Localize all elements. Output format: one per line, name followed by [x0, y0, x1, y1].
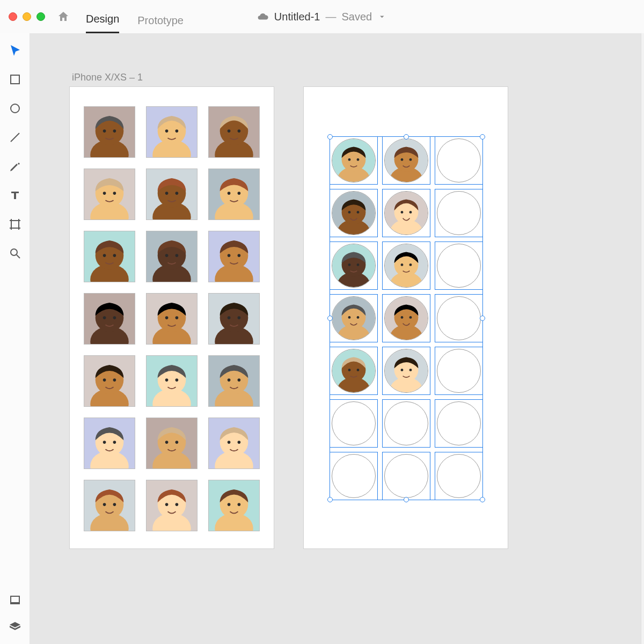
- svg-rect-3: [11, 221, 19, 228]
- image-cell[interactable]: [382, 136, 430, 185]
- main-area: iPhone X/XS – 1: [0, 33, 644, 644]
- image-cell[interactable]: [382, 189, 430, 237]
- image-cell[interactable]: [435, 452, 483, 500]
- window-controls: [9, 12, 45, 21]
- image-cell[interactable]: [330, 399, 378, 448]
- image-cell[interactable]: [84, 418, 135, 469]
- image-cell[interactable]: [208, 106, 260, 158]
- image-cell[interactable]: [146, 480, 197, 531]
- text-tool[interactable]: [8, 188, 23, 203]
- image-cell[interactable]: [84, 480, 135, 531]
- svg-point-44: [228, 192, 231, 195]
- svg-point-12: [11, 249, 17, 255]
- svg-point-115: [175, 503, 179, 506]
- svg-point-20: [113, 129, 116, 133]
- image-cell[interactable]: [208, 231, 260, 282]
- image-cell[interactable]: [84, 355, 135, 407]
- image-cell[interactable]: [382, 347, 430, 395]
- image-cell[interactable]: [435, 189, 483, 237]
- image-cell[interactable]: [435, 241, 483, 290]
- image-cell[interactable]: [208, 169, 260, 220]
- svg-point-155: [357, 316, 360, 319]
- close-window-button[interactable]: [9, 12, 17, 21]
- svg-point-59: [228, 254, 231, 257]
- assets-panel-button[interactable]: [8, 592, 23, 608]
- pen-tool[interactable]: [8, 159, 23, 174]
- svg-point-145: [357, 264, 360, 266]
- svg-point-19: [103, 129, 106, 133]
- image-cell[interactable]: [382, 399, 430, 448]
- line-tool[interactable]: [8, 130, 23, 145]
- document-name: Untitled-1: [274, 11, 320, 23]
- layers-panel-button[interactable]: [8, 619, 23, 634]
- image-cell[interactable]: [146, 169, 197, 220]
- image-cell[interactable]: [330, 241, 378, 290]
- image-cell[interactable]: [208, 293, 260, 345]
- zoom-tool[interactable]: [8, 246, 23, 261]
- chevron-down-icon: [377, 12, 387, 21]
- canvas[interactable]: iPhone X/XS – 1: [30, 33, 644, 644]
- image-cell[interactable]: [435, 399, 483, 448]
- svg-point-119: [228, 503, 231, 506]
- select-tool[interactable]: [8, 43, 23, 58]
- document-title[interactable]: Untitled-1 — Saved: [257, 11, 387, 23]
- svg-point-164: [348, 369, 351, 371]
- image-cell[interactable]: [330, 452, 378, 500]
- svg-point-95: [113, 441, 116, 444]
- image-cell[interactable]: [382, 452, 430, 500]
- rectangle-tool[interactable]: [8, 72, 23, 87]
- svg-point-124: [348, 158, 351, 161]
- image-cell[interactable]: [84, 231, 135, 282]
- svg-point-165: [357, 369, 360, 371]
- svg-point-50: [113, 254, 116, 257]
- image-cell[interactable]: [330, 347, 378, 395]
- svg-point-85: [175, 378, 179, 382]
- image-cell[interactable]: [84, 293, 135, 345]
- image-cell[interactable]: [330, 189, 378, 237]
- svg-point-60: [238, 254, 241, 257]
- artboard-1[interactable]: [70, 87, 274, 548]
- image-cell[interactable]: [146, 418, 197, 469]
- svg-rect-0: [11, 75, 19, 84]
- svg-point-105: [238, 441, 241, 444]
- svg-point-74: [228, 316, 231, 319]
- image-cell[interactable]: [382, 241, 430, 290]
- image-cell[interactable]: [382, 294, 430, 342]
- image-cell[interactable]: [208, 355, 260, 407]
- zoom-window-button[interactable]: [36, 12, 45, 21]
- minimize-window-button[interactable]: [23, 12, 31, 21]
- image-cell[interactable]: [146, 355, 197, 407]
- tab-design[interactable]: Design: [86, 13, 119, 33]
- artboard-2[interactable]: [304, 87, 508, 548]
- image-cell[interactable]: [208, 418, 260, 469]
- artboard-label[interactable]: iPhone X/XS – 1: [72, 72, 143, 83]
- svg-point-75: [238, 316, 241, 319]
- image-cell[interactable]: [84, 169, 135, 220]
- image-cell[interactable]: [435, 136, 483, 185]
- image-cell[interactable]: [84, 106, 135, 158]
- image-cell[interactable]: [435, 294, 483, 342]
- image-cell[interactable]: [330, 136, 378, 185]
- artboard-tool[interactable]: [8, 217, 23, 232]
- tab-prototype[interactable]: Prototype: [137, 14, 184, 33]
- svg-point-34: [103, 192, 106, 195]
- svg-point-35: [113, 192, 116, 195]
- left-toolbar: [0, 33, 30, 644]
- svg-point-70: [175, 316, 179, 319]
- svg-point-54: [165, 254, 169, 257]
- image-cell[interactable]: [208, 480, 260, 531]
- svg-point-64: [103, 316, 106, 319]
- image-cell[interactable]: [146, 231, 197, 282]
- titlebar: Design Prototype Untitled-1 — Saved: [0, 0, 644, 33]
- svg-line-13: [17, 255, 20, 258]
- svg-point-160: [409, 316, 412, 319]
- svg-point-129: [401, 158, 404, 161]
- image-cell[interactable]: [435, 347, 483, 395]
- ellipse-tool[interactable]: [8, 101, 23, 116]
- title-separator: —: [325, 11, 336, 23]
- image-cell[interactable]: [146, 293, 197, 345]
- mode-tabs: Design Prototype: [86, 0, 184, 33]
- home-icon[interactable]: [57, 10, 70, 23]
- image-cell[interactable]: [330, 294, 378, 342]
- image-cell[interactable]: [146, 106, 197, 158]
